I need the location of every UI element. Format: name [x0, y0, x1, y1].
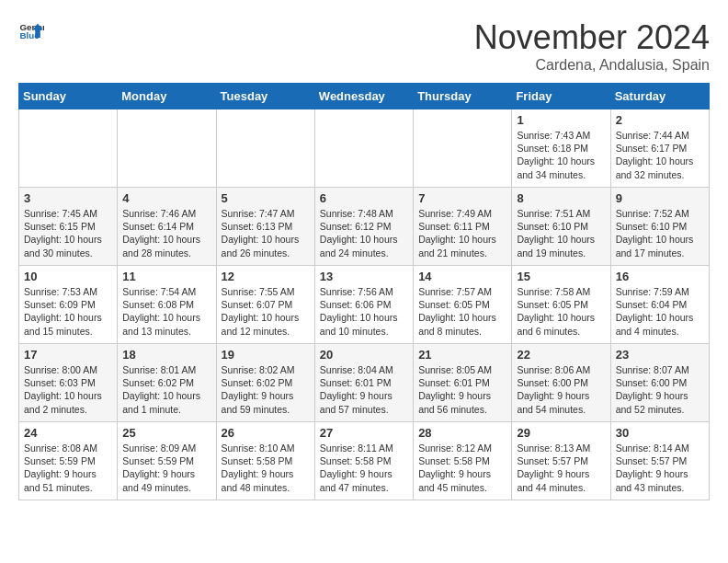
day-info: Sunset: 6:01 PM [418, 376, 506, 389]
day-info: Daylight: 9 hours and 43 minutes. [616, 467, 704, 493]
day-info: Daylight: 10 hours and 17 minutes. [616, 233, 704, 259]
day-info: Sunrise: 8:06 AM [517, 363, 605, 376]
day-number: 10 [24, 270, 112, 283]
calendar-cell [314, 109, 413, 188]
day-info: Sunset: 6:08 PM [122, 298, 210, 311]
day-info: Daylight: 9 hours and 45 minutes. [418, 467, 506, 493]
day-info: Sunset: 6:18 PM [517, 142, 605, 155]
day-number: 6 [320, 191, 408, 205]
calendar-cell [414, 109, 512, 188]
day-number: 18 [122, 348, 210, 362]
day-info: Sunset: 6:10 PM [517, 220, 605, 233]
calendar-cell: 6Sunrise: 7:48 AMSunset: 6:12 PMDaylight… [314, 188, 413, 266]
calendar-cell: 17Sunrise: 8:00 AMSunset: 6:03 PMDayligh… [19, 344, 118, 422]
calendar-cell: 30Sunrise: 8:14 AMSunset: 5:57 PMDayligh… [610, 422, 709, 500]
day-info: Sunset: 6:11 PM [418, 220, 506, 233]
day-info: Sunset: 5:59 PM [122, 454, 210, 467]
day-info: Sunrise: 7:56 AM [320, 285, 408, 298]
day-info: Daylight: 10 hours and 26 minutes. [222, 233, 310, 259]
day-info: Sunrise: 7:59 AM [616, 285, 704, 298]
day-info: Sunset: 6:07 PM [222, 298, 310, 311]
day-info: Sunrise: 8:07 AM [616, 363, 704, 376]
day-info: Sunset: 6:09 PM [24, 298, 112, 311]
day-info: Sunrise: 7:52 AM [616, 207, 704, 220]
day-number: 17 [24, 348, 112, 362]
day-info: Daylight: 9 hours and 51 minutes. [24, 467, 112, 493]
day-info: Daylight: 10 hours and 10 minutes. [320, 311, 408, 337]
day-number: 21 [418, 348, 506, 362]
day-info: Sunset: 6:05 PM [418, 298, 506, 311]
day-info: Sunset: 6:15 PM [24, 220, 112, 233]
calendar-cell: 13Sunrise: 7:56 AMSunset: 6:06 PMDayligh… [314, 266, 413, 344]
calendar-cell: 22Sunrise: 8:06 AMSunset: 6:00 PMDayligh… [512, 344, 610, 422]
day-info: Sunrise: 8:11 AM [320, 442, 408, 454]
day-header-sunday: Sunday [19, 84, 118, 109]
day-info: Sunset: 6:12 PM [320, 220, 408, 233]
day-info: Daylight: 9 hours and 59 minutes. [222, 389, 310, 415]
calendar-cell [118, 109, 216, 188]
day-info: Sunrise: 7:48 AM [320, 207, 408, 220]
day-info: Sunrise: 8:02 AM [222, 363, 310, 376]
day-header-monday: Monday [118, 84, 216, 109]
day-header-friday: Friday [512, 84, 610, 109]
day-info: Daylight: 10 hours and 28 minutes. [122, 233, 210, 259]
day-info: Sunrise: 8:05 AM [418, 363, 506, 376]
day-info: Sunrise: 7:54 AM [122, 285, 210, 298]
calendar-week-2: 3Sunrise: 7:45 AMSunset: 6:15 PMDaylight… [19, 188, 710, 266]
day-info: Sunset: 6:10 PM [616, 220, 704, 233]
day-info: Daylight: 10 hours and 13 minutes. [122, 311, 210, 337]
day-number: 13 [320, 270, 408, 283]
day-info: Sunrise: 7:43 AM [517, 129, 605, 142]
day-info: Sunset: 5:58 PM [418, 454, 506, 467]
calendar-week-3: 10Sunrise: 7:53 AMSunset: 6:09 PMDayligh… [19, 266, 710, 344]
day-number: 28 [418, 426, 506, 440]
day-number: 3 [24, 191, 112, 205]
calendar-cell: 20Sunrise: 8:04 AMSunset: 6:01 PMDayligh… [314, 344, 413, 422]
day-number: 19 [222, 348, 310, 362]
calendar-cell [19, 109, 118, 188]
day-info: Daylight: 10 hours and 8 minutes. [418, 311, 506, 337]
calendar-cell: 28Sunrise: 8:12 AMSunset: 5:58 PMDayligh… [414, 422, 512, 500]
day-info: Daylight: 9 hours and 44 minutes. [517, 467, 605, 493]
calendar-cell: 9Sunrise: 7:52 AMSunset: 6:10 PMDaylight… [610, 188, 709, 266]
day-info: Sunset: 6:00 PM [616, 376, 704, 389]
calendar-cell: 15Sunrise: 7:58 AMSunset: 6:05 PMDayligh… [512, 266, 610, 344]
day-info: Daylight: 9 hours and 49 minutes. [122, 467, 210, 493]
day-number: 1 [517, 113, 605, 127]
day-info: Sunset: 6:14 PM [122, 220, 210, 233]
day-info: Sunrise: 7:57 AM [418, 285, 506, 298]
calendar-cell: 16Sunrise: 7:59 AMSunset: 6:04 PMDayligh… [610, 266, 709, 344]
page-header: General Blue November 2024 Cardena, Anda… [18, 18, 710, 74]
calendar-cell: 11Sunrise: 7:54 AMSunset: 6:08 PMDayligh… [118, 266, 216, 344]
day-info: Sunrise: 8:01 AM [122, 363, 210, 376]
day-info: Daylight: 9 hours and 54 minutes. [517, 389, 605, 415]
day-info: Daylight: 10 hours and 4 minutes. [616, 311, 704, 337]
calendar-cell: 2Sunrise: 7:44 AMSunset: 6:17 PMDaylight… [610, 109, 709, 188]
day-number: 14 [418, 270, 506, 283]
day-info: Sunrise: 8:09 AM [122, 442, 210, 454]
day-info: Sunrise: 8:13 AM [517, 442, 605, 454]
day-info: Sunrise: 7:58 AM [517, 285, 605, 298]
day-number: 5 [222, 191, 310, 205]
day-info: Sunset: 5:57 PM [616, 454, 704, 467]
day-number: 16 [616, 270, 704, 283]
day-info: Sunset: 5:57 PM [517, 454, 605, 467]
calendar-cell: 5Sunrise: 7:47 AMSunset: 6:13 PMDaylight… [216, 188, 314, 266]
day-info: Daylight: 10 hours and 12 minutes. [222, 311, 310, 337]
day-info: Sunset: 5:58 PM [222, 454, 310, 467]
calendar-cell: 14Sunrise: 7:57 AMSunset: 6:05 PMDayligh… [414, 266, 512, 344]
day-info: Sunrise: 7:44 AM [616, 129, 704, 142]
day-info: Sunrise: 7:47 AM [222, 207, 310, 220]
day-number: 12 [222, 270, 310, 283]
day-info: Sunrise: 8:14 AM [616, 442, 704, 454]
calendar-cell [216, 109, 314, 188]
calendar-cell: 4Sunrise: 7:46 AMSunset: 6:14 PMDaylight… [118, 188, 216, 266]
calendar-cell: 18Sunrise: 8:01 AMSunset: 6:02 PMDayligh… [118, 344, 216, 422]
day-info: Sunrise: 8:10 AM [222, 442, 310, 454]
day-info: Sunrise: 7:53 AM [24, 285, 112, 298]
calendar-week-5: 24Sunrise: 8:08 AMSunset: 5:59 PMDayligh… [19, 422, 710, 500]
day-info: Sunset: 6:02 PM [222, 376, 310, 389]
day-info: Daylight: 9 hours and 56 minutes. [418, 389, 506, 415]
day-header-thursday: Thursday [414, 84, 512, 109]
title-block: November 2024 Cardena, Andalusia, Spain [474, 18, 710, 74]
